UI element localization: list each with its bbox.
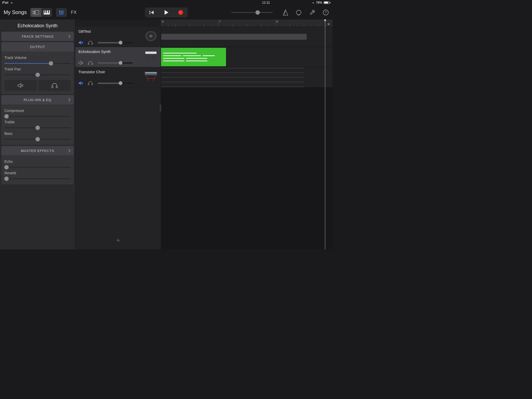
ruler[interactable]: 6 7 8 ＋ bbox=[161, 19, 332, 27]
solo-button[interactable] bbox=[38, 80, 71, 91]
volume-label: Track Volume bbox=[4, 56, 71, 60]
bar-number: 7 bbox=[219, 20, 221, 23]
help-button[interactable]: ? bbox=[323, 9, 329, 16]
svg-marker-35 bbox=[79, 61, 81, 65]
piano-icon bbox=[44, 10, 50, 15]
track-controls-panel: Echolocation Synth TRACK SETTINGS OUTPUT… bbox=[0, 19, 75, 249]
mute-icon bbox=[17, 83, 24, 88]
svg-marker-16 bbox=[283, 10, 288, 15]
audio-waveform bbox=[161, 34, 307, 40]
headphones-icon[interactable] bbox=[88, 61, 93, 65]
track-volume-slider[interactable] bbox=[98, 42, 133, 43]
loop-button[interactable] bbox=[296, 9, 302, 16]
reverb-label: Reverb bbox=[4, 171, 71, 175]
play-button[interactable] bbox=[159, 8, 174, 17]
track-settings-button[interactable]: TRACK SETTINGS bbox=[1, 32, 74, 41]
track-list: GBTest Echolocation Synth Transistor C bbox=[75, 19, 161, 249]
svg-rect-50 bbox=[145, 72, 157, 73]
track-volume-slider[interactable] bbox=[98, 83, 133, 84]
synth-icon bbox=[143, 69, 159, 84]
svg-point-34 bbox=[149, 35, 153, 38]
wrench-icon bbox=[309, 9, 315, 16]
back-button[interactable]: My Songs bbox=[4, 9, 27, 15]
keyboard-icon bbox=[143, 49, 159, 64]
mute-icon[interactable] bbox=[78, 61, 83, 65]
output-label: OUTPUT bbox=[30, 45, 45, 49]
track-lane[interactable] bbox=[161, 47, 332, 67]
mute-icon[interactable] bbox=[78, 81, 83, 85]
mixer-button[interactable] bbox=[56, 8, 67, 17]
svg-rect-12 bbox=[149, 11, 150, 14]
device-label: iPad bbox=[2, 1, 8, 4]
help-icon: ? bbox=[323, 9, 329, 16]
tracks-view-button[interactable] bbox=[30, 8, 41, 17]
song-position[interactable] bbox=[231, 12, 273, 13]
track-volume-slider[interactable] bbox=[4, 62, 71, 65]
svg-point-15 bbox=[178, 10, 183, 15]
dimmed-region[interactable] bbox=[161, 67, 304, 87]
svg-marker-14 bbox=[164, 10, 168, 15]
headphones-icon[interactable] bbox=[88, 81, 93, 85]
pan-label: Track Pan bbox=[4, 67, 71, 71]
mute-button[interactable] bbox=[4, 80, 37, 91]
bluetooth-icon: ⌁ bbox=[312, 1, 314, 5]
output-header: OUTPUT bbox=[1, 42, 74, 51]
panel-title: Echolocation Synth bbox=[0, 19, 75, 32]
add-section-button[interactable]: ＋ bbox=[326, 21, 331, 27]
echo-slider[interactable] bbox=[4, 166, 71, 169]
svg-rect-40 bbox=[145, 51, 157, 54]
svg-point-10 bbox=[61, 12, 62, 14]
chevron-right-icon bbox=[68, 149, 71, 153]
bar-number: 8 bbox=[276, 20, 278, 23]
rewind-button[interactable] bbox=[145, 8, 159, 17]
timeline[interactable]: 6 7 8 ＋ bbox=[161, 19, 332, 249]
clock: 11:11 bbox=[262, 1, 270, 4]
plugins-label: PLUG-INS & EQ bbox=[24, 98, 51, 102]
track-volume-slider[interactable] bbox=[98, 62, 133, 64]
headphones-icon[interactable] bbox=[88, 41, 93, 45]
track-row[interactable]: Echolocation Synth bbox=[75, 47, 161, 67]
chevron-right-icon bbox=[68, 34, 71, 38]
compressor-slider[interactable] bbox=[4, 115, 71, 118]
svg-marker-27 bbox=[79, 41, 81, 44]
metronome-button[interactable] bbox=[283, 9, 288, 16]
treble-label: Treble bbox=[4, 120, 71, 124]
track-row[interactable]: GBTest bbox=[75, 27, 161, 47]
tracks-icon bbox=[33, 10, 39, 15]
track-lane[interactable] bbox=[161, 67, 332, 88]
master-effects-label: MASTER EFFECTS bbox=[21, 149, 54, 153]
chevron-right-icon bbox=[68, 98, 71, 102]
mute-icon[interactable] bbox=[78, 41, 83, 45]
svg-marker-22 bbox=[18, 83, 21, 88]
svg-rect-5 bbox=[48, 10, 49, 13]
record-icon bbox=[178, 10, 183, 15]
reverb-slider[interactable] bbox=[4, 177, 71, 180]
svg-point-18 bbox=[296, 10, 301, 15]
track-lane[interactable] bbox=[161, 27, 332, 47]
midi-region[interactable] bbox=[161, 48, 226, 66]
track-settings-label: TRACK SETTINGS bbox=[22, 35, 54, 38]
bass-label: Bass bbox=[4, 131, 71, 136]
treble-slider[interactable] bbox=[4, 126, 71, 129]
keyboard-view-button[interactable] bbox=[41, 8, 52, 17]
svg-rect-4 bbox=[46, 10, 47, 13]
svg-text:?: ? bbox=[325, 10, 327, 15]
svg-point-9 bbox=[59, 11, 60, 12]
playhead[interactable] bbox=[325, 19, 325, 249]
master-effects-button[interactable]: MASTER EFFECTS bbox=[1, 146, 74, 155]
plugins-button[interactable]: PLUG-INS & EQ bbox=[1, 95, 74, 104]
settings-button[interactable] bbox=[309, 9, 315, 16]
sliders-icon bbox=[59, 10, 64, 15]
record-button[interactable] bbox=[174, 8, 188, 17]
fx-button[interactable]: FX bbox=[68, 8, 79, 17]
rewind-icon bbox=[149, 10, 155, 15]
wifi-icon bbox=[10, 1, 14, 4]
bass-slider[interactable] bbox=[4, 138, 71, 141]
headphones-icon bbox=[51, 83, 58, 88]
track-row[interactable]: Transistor Choir bbox=[75, 67, 161, 88]
track-pan-slider[interactable] bbox=[4, 73, 71, 76]
svg-point-11 bbox=[62, 11, 63, 12]
speaker-icon bbox=[143, 29, 159, 43]
svg-rect-0 bbox=[33, 11, 34, 14]
add-track-button[interactable]: ＋ bbox=[115, 236, 121, 244]
